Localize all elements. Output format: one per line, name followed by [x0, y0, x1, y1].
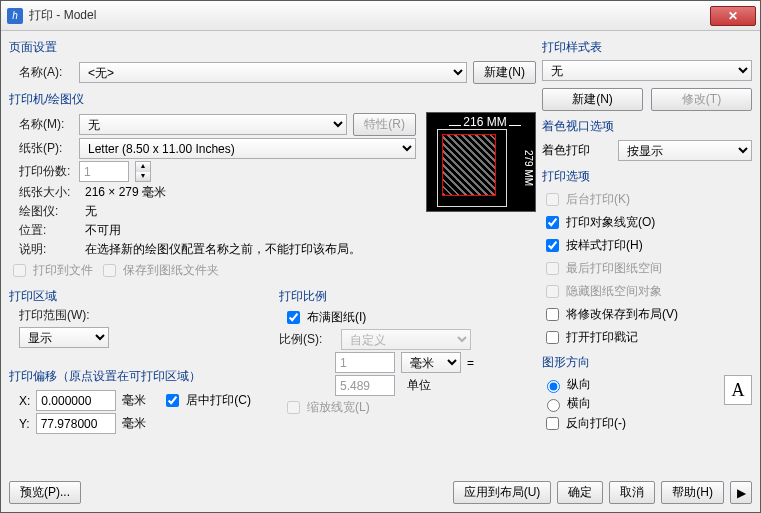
print-to-file-input[interactable]	[13, 264, 26, 277]
spin-up[interactable]: ▲	[136, 162, 150, 172]
offset-y-unit: 毫米	[122, 415, 146, 432]
copies-spinner[interactable]: ▲▼	[135, 161, 151, 182]
scale-lw-checkbox[interactable]: 缩放线宽(L)	[279, 397, 536, 418]
orient-landscape[interactable]: 横向	[542, 394, 718, 413]
viewport-group: 着色视口选项	[542, 114, 752, 137]
footer: 预览(P)... 应用到布局(U) 确定 取消 帮助(H) ▶	[1, 477, 760, 512]
opt-hide-ps[interactable]: 隐藏图纸空间对象	[542, 281, 752, 302]
paper-label: 纸张(P):	[9, 140, 73, 157]
scale-lw-input[interactable]	[287, 401, 300, 414]
opt-style[interactable]: 按样式打印(H)	[542, 235, 752, 256]
offset-y-label: Y:	[19, 417, 30, 431]
offset-y-input[interactable]	[36, 413, 116, 434]
printer-name-label: 名称(M):	[9, 116, 73, 133]
scale-equals: =	[467, 356, 474, 370]
copies-label: 打印份数:	[9, 163, 73, 180]
scope-select[interactable]: 显示	[19, 327, 109, 348]
options-group: 打印选项	[542, 164, 752, 187]
shade-label: 着色打印	[542, 142, 612, 159]
help-button[interactable]: 帮助(H)	[661, 481, 724, 504]
area-group: 打印区域	[9, 284, 269, 307]
paper-select[interactable]: Letter (8.50 x 11.00 Inches)	[79, 138, 416, 159]
fit-input[interactable]	[287, 311, 300, 324]
dialog-body: 页面设置 名称(A): <无> 新建(N) 打印机/绘图仪 名称(M): 无 特…	[1, 31, 760, 477]
orient-portrait[interactable]: 纵向	[542, 375, 718, 394]
center-checkbox[interactable]: 居中打印(C)	[162, 390, 251, 411]
shade-select[interactable]: 按显示	[618, 140, 752, 161]
scale-bottom-input[interactable]	[335, 375, 395, 396]
orientation-icon: A	[724, 375, 752, 405]
ok-button[interactable]: 确定	[557, 481, 603, 504]
opt-last-ps[interactable]: 最后打印图纸空间	[542, 258, 752, 279]
styletable-new-button[interactable]: 新建(N)	[542, 88, 643, 111]
ratio-select[interactable]: 自定义	[341, 329, 471, 350]
save-sheet-checkbox[interactable]: 保存到图纸文件夹	[99, 260, 219, 281]
print-dialog: h 打印 - Model ✕ 页面设置 名称(A): <无> 新建(N) 打印机…	[0, 0, 761, 513]
offset-group: 打印偏移（原点设置在可打印区域）	[9, 364, 269, 387]
printer-name-select[interactable]: 无	[79, 114, 347, 135]
page-setup-group: 页面设置	[9, 35, 536, 58]
scale-unit-bottom-label: 单位	[401, 377, 461, 394]
scale-unit-select[interactable]: 毫米	[401, 352, 461, 373]
plotter-value: 无	[85, 203, 97, 220]
left-column: 页面设置 名称(A): <无> 新建(N) 打印机/绘图仪 名称(M): 无 特…	[9, 35, 536, 471]
expand-button[interactable]: ▶	[730, 481, 752, 504]
spin-down[interactable]: ▼	[136, 172, 150, 182]
scope-label: 打印范围(W):	[19, 307, 269, 324]
opt-stamp[interactable]: 打开打印戳记	[542, 327, 752, 348]
styletable-edit-button[interactable]: 修改(T)	[651, 88, 752, 111]
opt-bg[interactable]: 后台打印(K)	[542, 189, 752, 210]
styletable-group: 打印样式表	[542, 35, 752, 58]
ratio-label: 比例(S):	[279, 331, 335, 348]
orient-upside[interactable]: 反向打印(-)	[542, 413, 718, 434]
printer-properties-button[interactable]: 特性(R)	[353, 113, 416, 136]
page-setup-new-button[interactable]: 新建(N)	[473, 61, 536, 84]
offset-x-label: X:	[19, 394, 30, 408]
desc-value: 在选择新的绘图仪配置名称之前，不能打印该布局。	[85, 241, 361, 258]
preview-width: 216 MM	[461, 115, 508, 129]
preview-button[interactable]: 预览(P)...	[9, 481, 81, 504]
desc-label: 说明:	[9, 241, 79, 258]
paper-preview: 216 MM 279 MM	[426, 112, 536, 212]
scale-top-input[interactable]	[335, 352, 395, 373]
opt-save-layout[interactable]: 将修改保存到布局(V)	[542, 304, 752, 325]
print-to-file-checkbox[interactable]: 打印到文件	[9, 260, 93, 281]
right-column: 打印样式表 无 新建(N) 修改(T) 着色视口选项 着色打印 按显示 打印选项…	[542, 35, 752, 471]
fit-checkbox[interactable]: 布满图纸(I)	[279, 307, 536, 328]
close-button[interactable]: ✕	[710, 6, 756, 26]
offset-x-unit: 毫米	[122, 392, 146, 409]
where-label: 位置:	[9, 222, 79, 239]
page-setup-row: 名称(A): <无> 新建(N)	[9, 60, 536, 85]
plotter-label: 绘图仪:	[9, 203, 79, 220]
page-setup-select[interactable]: <无>	[79, 62, 467, 83]
app-icon: h	[7, 8, 23, 24]
papersize-label: 纸张大小:	[9, 184, 79, 201]
copies-input[interactable]	[79, 161, 129, 182]
orient-group: 图形方向	[542, 350, 752, 373]
papersize-value: 216 × 279 毫米	[85, 184, 166, 201]
printer-block: 名称(M): 无 特性(R) 纸张(P): Letter (8.50 x 11.…	[9, 112, 536, 282]
preview-height: 279 MM	[522, 131, 534, 205]
styletable-select[interactable]: 无	[542, 60, 752, 81]
cancel-button[interactable]: 取消	[609, 481, 655, 504]
apply-button[interactable]: 应用到布局(U)	[453, 481, 552, 504]
window-title: 打印 - Model	[29, 7, 710, 24]
opt-lw[interactable]: 打印对象线宽(O)	[542, 212, 752, 233]
where-value: 不可用	[85, 222, 121, 239]
offset-x-input[interactable]	[36, 390, 116, 411]
center-input[interactable]	[166, 394, 179, 407]
printer-group: 打印机/绘图仪	[9, 87, 536, 110]
titlebar: h 打印 - Model ✕	[1, 1, 760, 31]
save-sheet-input[interactable]	[103, 264, 116, 277]
page-setup-name-label: 名称(A):	[9, 64, 73, 81]
scale-group: 打印比例	[279, 284, 536, 307]
